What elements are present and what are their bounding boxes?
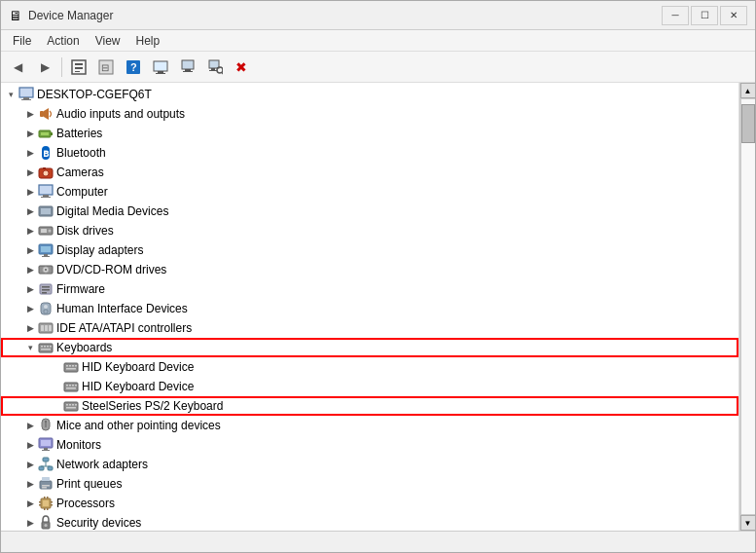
root-expand-icon[interactable]: ▾ (3, 87, 18, 102)
digital-media-label: Digital Media Devices (56, 204, 168, 218)
computer-expand-icon[interactable]: ▶ (22, 184, 38, 200)
svg-rect-67 (69, 365, 71, 367)
svg-rect-63 (50, 346, 52, 348)
tree-item-dvd[interactable]: ▶ DVD/CD-ROM drives (1, 260, 738, 279)
scroll-track[interactable] (740, 98, 756, 515)
audio-expand-icon[interactable]: ▶ (22, 106, 38, 122)
svg-rect-103 (47, 497, 49, 498)
bluetooth-expand-icon[interactable]: ▶ (22, 145, 38, 161)
menu-help[interactable]: Help (128, 32, 168, 50)
minimize-button[interactable]: ─ (662, 6, 689, 25)
tree-item-disk[interactable]: ▶ Disk drives (1, 221, 738, 240)
tree-item-digital-media[interactable]: ▶ Digital Media Devices (1, 202, 738, 221)
svg-rect-49 (42, 286, 50, 288)
hid-kb2-label: HID Keyboard Device (82, 380, 194, 393)
tree-item-hid[interactable]: ▶ Human Interface Devices (1, 299, 738, 318)
tree-item-batteries[interactable]: ▶ Batteries (1, 124, 738, 143)
svg-rect-98 (42, 485, 50, 487)
menu-file[interactable]: File (5, 32, 39, 50)
tree-item-monitors[interactable]: ▶ Monitors (1, 435, 738, 455)
menu-view[interactable]: View (88, 32, 128, 50)
svg-rect-34 (43, 195, 49, 197)
svg-text:?: ? (130, 61, 137, 73)
toolbar-btn-help[interactable]: ? (121, 55, 146, 79)
toolbar-btn-dm[interactable] (148, 55, 173, 79)
svg-rect-108 (51, 501, 53, 503)
audio-label: Audio inputs and outputs (56, 107, 185, 121)
tree-item-print[interactable]: ▶ Print queues (1, 474, 738, 494)
toolbar-btn-properties[interactable] (66, 55, 91, 79)
svg-rect-106 (39, 501, 41, 503)
back-button[interactable]: ◀ (5, 55, 30, 79)
tree-item-audio[interactable]: ▶ Audio inputs and outputs (1, 104, 738, 124)
disk-expand-icon[interactable]: ▶ (22, 223, 38, 239)
svg-rect-20 (19, 88, 33, 97)
tree-item-steelseries[interactable]: ▶ SteelSeries PS/2 Keyboard (1, 396, 738, 416)
scroll-down-button[interactable]: ▼ (740, 515, 756, 531)
firmware-label: Firmware (56, 282, 105, 296)
toolbar-btn-computer[interactable] (175, 55, 200, 79)
scroll-up-button[interactable]: ▲ (740, 83, 756, 98)
vertical-scrollbar[interactable]: ▲ ▼ (739, 83, 755, 531)
security-expand-icon[interactable]: ▶ (22, 515, 38, 531)
scroll-thumb[interactable] (741, 104, 755, 143)
tree-item-hid-keyboard-2[interactable]: ▶ HID Keyboard Device (1, 377, 738, 396)
mice-expand-icon[interactable]: ▶ (22, 418, 38, 433)
tree-item-security[interactable]: ▶ Security devices (1, 513, 738, 531)
scan-icon (207, 59, 223, 75)
keyboards-expand-icon[interactable]: ▾ (22, 340, 38, 355)
digital-media-expand-icon[interactable]: ▶ (22, 203, 38, 219)
svg-point-39 (49, 230, 52, 233)
root-label: DESKTOP-CGEFQ6T (37, 88, 152, 101)
batteries-expand-icon[interactable]: ▶ (22, 126, 38, 141)
svg-rect-21 (23, 97, 29, 99)
forward-button[interactable]: ▶ (32, 55, 57, 79)
maximize-button[interactable]: ☐ (691, 6, 718, 25)
disk-label: Disk drives (56, 224, 114, 238)
display-expand-icon[interactable]: ▶ (22, 242, 38, 258)
device-tree[interactable]: ▾ DESKTOP-CGEFQ6T ▶ Audio inputs and out… (1, 83, 739, 531)
hid-kb1-icon (63, 359, 79, 375)
tree-item-cameras[interactable]: ▶ Cameras (1, 163, 738, 182)
tree-item-processors[interactable]: ▶ Processors (1, 494, 738, 513)
firmware-expand-icon[interactable]: ▶ (22, 281, 38, 297)
batteries-icon (38, 126, 54, 141)
svg-rect-104 (44, 508, 46, 510)
monitors-label: Monitors (56, 438, 101, 452)
hid-kb1-label: HID Keyboard Device (82, 360, 194, 374)
svg-point-53 (44, 305, 48, 309)
menu-action[interactable]: Action (39, 32, 87, 50)
tree-item-display[interactable]: ▶ Display adapters (1, 240, 738, 260)
dvd-expand-icon[interactable]: ▶ (22, 262, 38, 277)
tree-item-computer[interactable]: ▶ Computer (1, 182, 738, 202)
close-button[interactable]: ✕ (720, 6, 747, 25)
tree-item-hid-keyboard-1[interactable]: ▶ HID Keyboard Device (1, 357, 738, 377)
tree-item-firmware[interactable]: ▶ Firmware (1, 279, 738, 299)
svg-rect-11 (182, 60, 194, 69)
toolbar-btn-update[interactable]: ⊟ (93, 55, 119, 79)
svg-rect-66 (66, 365, 68, 367)
remove-icon: ✖ (234, 59, 250, 75)
cameras-expand-icon[interactable]: ▶ (22, 165, 38, 180)
toolbar-btn-remove[interactable]: ✖ (230, 55, 255, 79)
hid-expand-icon[interactable]: ▶ (22, 301, 38, 316)
processors-expand-icon[interactable]: ▶ (22, 496, 38, 511)
print-expand-icon[interactable]: ▶ (22, 476, 38, 492)
tree-item-mice[interactable]: ▶ Mice and other pointing devices (1, 416, 738, 435)
tree-item-bluetooth[interactable]: ▶ ʙ Bluetooth (1, 143, 738, 163)
svg-rect-44 (42, 256, 50, 257)
svg-rect-12 (185, 69, 191, 71)
tree-item-keyboards[interactable]: ▾ Keyboards (1, 338, 738, 357)
monitors-expand-icon[interactable]: ▶ (22, 437, 38, 453)
tree-root[interactable]: ▾ DESKTOP-CGEFQ6T (1, 85, 738, 104)
svg-rect-61 (44, 346, 46, 348)
svg-rect-22 (21, 99, 31, 100)
network-expand-icon[interactable]: ▶ (22, 457, 38, 472)
toolbar-btn-scan[interactable] (202, 55, 228, 79)
tree-item-network[interactable]: ▶ Network adapters (1, 455, 738, 474)
bluetooth-icon: ʙ (38, 145, 54, 161)
toolbar-sep-1 (61, 57, 62, 77)
svg-rect-80 (72, 404, 74, 406)
tree-item-ide[interactable]: ▶ IDE ATA/ATAPI controllers (1, 318, 738, 338)
ide-expand-icon[interactable]: ▶ (22, 320, 38, 336)
